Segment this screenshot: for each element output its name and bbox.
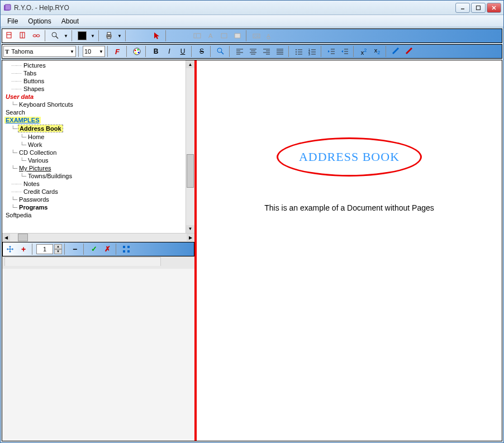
- separator: [126, 46, 129, 57]
- label-icon[interactable]: A: [205, 30, 217, 41]
- menu-file[interactable]: File: [3, 16, 22, 26]
- palette-icon[interactable]: [131, 46, 143, 57]
- tree-label: Keyboard Shortcuts: [18, 101, 74, 108]
- tree-item[interactable]: ⋯⋯Shapes: [4, 85, 192, 93]
- menu-about[interactable]: About: [57, 16, 83, 26]
- font-select[interactable]: Tahoma▼: [3, 46, 76, 57]
- tree-item[interactable]: └─Various: [4, 156, 192, 164]
- tree-item[interactable]: └─Towns/Buildings: [4, 172, 192, 180]
- numbers-icon[interactable]: 123: [306, 46, 318, 57]
- tree-line: └─: [20, 142, 26, 148]
- rect-icon[interactable]: [218, 30, 230, 41]
- spinner-down[interactable]: ▼: [54, 249, 62, 254]
- doc2-icon[interactable]: [17, 30, 29, 41]
- svg-point-12: [52, 32, 56, 37]
- tree-area[interactable]: ⋯⋯Pictures⋯⋯Tabs⋯⋯Buttons⋯⋯ShapesUser da…: [2, 60, 194, 233]
- italic-icon[interactable]: I: [163, 46, 175, 57]
- bullets-icon[interactable]: [293, 46, 305, 57]
- brush2-icon[interactable]: [403, 46, 416, 57]
- tree-item[interactable]: ⋯⋯Tabs: [4, 69, 192, 77]
- tree-label: Buttons: [22, 78, 45, 84]
- font-dialog-icon[interactable]: F: [112, 46, 124, 57]
- find-icon[interactable]: [215, 46, 227, 57]
- add-icon[interactable]: +: [17, 244, 30, 255]
- color-swatch[interactable]: [76, 30, 88, 41]
- menu-options[interactable]: Options: [23, 16, 55, 26]
- color-dropdown[interactable]: ▼: [89, 30, 96, 41]
- left-panel: ⋯⋯Pictures⋯⋯Tabs⋯⋯Buttons⋯⋯ShapesUser da…: [2, 60, 197, 441]
- remove-icon[interactable]: −: [69, 244, 81, 255]
- grid-icon[interactable]: [120, 244, 132, 255]
- ok-icon[interactable]: OK: [250, 30, 263, 41]
- titlebar[interactable]: R.Y.O. - Help.RYO: [1, 1, 503, 15]
- close-button[interactable]: [487, 3, 501, 13]
- svg-point-29: [138, 52, 140, 54]
- tree-item[interactable]: └─Passwords: [4, 196, 192, 203]
- svg-text:3: 3: [308, 53, 310, 55]
- underline-icon[interactable]: U: [177, 46, 189, 57]
- print-icon[interactable]: [103, 30, 115, 41]
- char-icon[interactable]: A̲: [264, 30, 276, 41]
- strike-icon[interactable]: S: [196, 46, 208, 57]
- superscript-icon[interactable]: x2: [358, 46, 370, 57]
- cancel-icon[interactable]: ✗: [101, 244, 113, 255]
- tree-item[interactable]: └─Work: [4, 141, 192, 149]
- horizontal-scrollbar[interactable]: ◀ ▶: [2, 233, 194, 242]
- separator: [83, 244, 85, 255]
- main-toolbar: ▼ ▼ ▼ I A OK A̲: [2, 28, 502, 43]
- tab-strip: [2, 256, 194, 269]
- tree-item[interactable]: └─Programs: [4, 203, 192, 211]
- zoom-dropdown[interactable]: ▼: [63, 30, 69, 41]
- print-dropdown[interactable]: ▼: [116, 30, 123, 41]
- separator: [191, 46, 193, 57]
- align-right-icon[interactable]: [260, 46, 273, 57]
- tree-item[interactable]: ⋯⋯Notes: [4, 180, 192, 188]
- spinner-up[interactable]: ▲: [54, 244, 62, 249]
- tree-item[interactable]: EXAMPLES: [4, 116, 192, 124]
- svg-rect-69: [123, 246, 125, 248]
- outdent-icon[interactable]: [325, 46, 337, 57]
- vertical-scrollbar[interactable]: ▲ ▼: [186, 60, 194, 233]
- size-select[interactable]: 10▼: [83, 46, 105, 57]
- separator: [353, 46, 355, 57]
- tree-item[interactable]: └─CD Collection: [4, 149, 192, 156]
- tree-item[interactable]: Search: [4, 108, 192, 116]
- tree-item[interactable]: └─My Pictures: [4, 164, 192, 172]
- tree-label: Shapes: [22, 85, 45, 92]
- minimize-button[interactable]: [455, 3, 470, 13]
- tree-item[interactable]: ⋯⋯Credit Cards: [4, 188, 192, 196]
- tree-item[interactable]: ⋯⋯Pictures: [4, 61, 192, 69]
- tree-item[interactable]: └─Keyboard Shortcuts: [4, 101, 192, 108]
- tree-item[interactable]: └─Address Book: [4, 124, 192, 133]
- tree-item[interactable]: └─Home: [4, 133, 192, 141]
- tree-item[interactable]: ⋯⋯Buttons: [4, 77, 192, 85]
- align-justify-icon[interactable]: [274, 46, 286, 57]
- rect2-icon[interactable]: [231, 30, 244, 41]
- tree-dots: ⋯⋯: [11, 63, 21, 69]
- maximize-button[interactable]: [471, 3, 486, 13]
- tree-item[interactable]: Softpedia: [4, 211, 192, 219]
- brush1-icon[interactable]: [390, 46, 402, 57]
- textbox-icon[interactable]: I: [191, 30, 203, 41]
- svg-rect-6: [7, 32, 11, 38]
- tab[interactable]: [4, 257, 161, 266]
- svg-rect-16: [107, 37, 111, 39]
- separator: [64, 244, 66, 255]
- indent-icon[interactable]: [339, 46, 351, 57]
- doc1-icon[interactable]: [3, 30, 16, 41]
- pointer-icon[interactable]: [151, 30, 163, 41]
- check-icon[interactable]: ✓: [88, 244, 100, 255]
- tree-item[interactable]: User data: [4, 93, 192, 101]
- move-icon[interactable]: [4, 244, 16, 255]
- separator: [165, 30, 168, 41]
- zoom-icon[interactable]: [49, 30, 61, 41]
- align-center-icon[interactable]: [247, 46, 259, 57]
- separator: [72, 30, 74, 41]
- subscript-icon[interactable]: x2: [371, 46, 383, 57]
- tree-line: └─: [11, 126, 17, 132]
- page-number-input[interactable]: [36, 244, 53, 254]
- link-icon[interactable]: [30, 30, 42, 41]
- bold-icon[interactable]: B: [150, 46, 162, 57]
- document-panel[interactable]: ADDRESS BOOK This is an example of a Doc…: [197, 60, 502, 441]
- align-left-icon[interactable]: [234, 46, 246, 57]
